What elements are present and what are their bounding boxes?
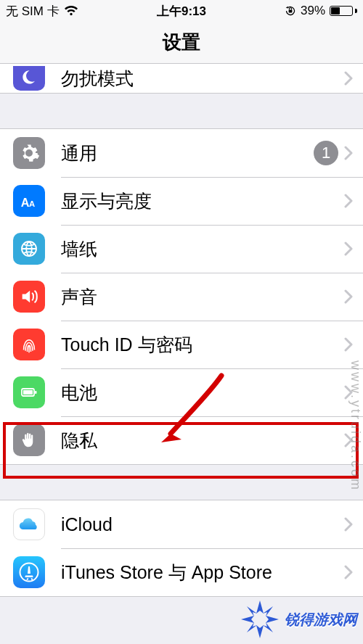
brand-name: 锐得游戏网: [285, 610, 357, 629]
chevron-right-icon: [344, 517, 353, 532]
svg-rect-6: [35, 391, 37, 394]
row-do-not-disturb[interactable]: 勿扰模式: [0, 64, 363, 93]
svg-text:A: A: [21, 196, 30, 209]
carrier-text: 无 SIM 卡: [6, 3, 60, 20]
row-privacy[interactable]: 隐私: [0, 416, 363, 464]
chevron-right-icon: [344, 194, 353, 208]
row-label: 勿扰模式: [61, 67, 344, 91]
svg-text:A: A: [29, 199, 35, 208]
row-label: 墙纸: [61, 237, 344, 261]
row-display-brightness[interactable]: AA 显示与亮度: [0, 177, 363, 225]
hand-icon: [13, 424, 45, 456]
battery-icon: [330, 6, 357, 16]
cloud-icon: [13, 508, 45, 540]
battery-percentage: 39%: [301, 4, 325, 18]
settings-group-main: 通用 1 AA 显示与亮度 墙纸 声音 Touch ID 与密码: [0, 128, 363, 465]
svg-rect-0: [289, 9, 293, 12]
status-right: 39%: [285, 4, 357, 18]
row-itunes-appstore[interactable]: iTunes Store 与 App Store: [0, 548, 363, 596]
chevron-right-icon: [344, 565, 353, 579]
chevron-right-icon: [344, 289, 353, 304]
status-bar: 无 SIM 卡 上午9:13 39%: [0, 0, 363, 22]
svg-marker-11: [266, 616, 279, 623]
battery-row-icon: [13, 376, 45, 408]
row-label: 通用: [61, 141, 314, 165]
svg-marker-10: [241, 616, 254, 623]
status-time: 上午9:13: [157, 3, 206, 20]
moon-icon: [13, 66, 45, 91]
row-wallpaper[interactable]: 墙纸: [0, 225, 363, 273]
svg-marker-14: [263, 606, 273, 616]
brand-burst-icon: [240, 599, 280, 640]
row-label: 电池: [61, 381, 344, 405]
row-icloud[interactable]: iCloud: [0, 500, 363, 548]
chevron-right-icon: [344, 385, 353, 400]
chevron-right-icon: [344, 337, 353, 352]
orientation-lock-icon: [285, 5, 296, 17]
row-touch-id-passcode[interactable]: Touch ID 与密码: [0, 321, 363, 368]
svg-marker-15: [247, 622, 257, 632]
settings-group-dnd: 勿扰模式: [0, 64, 363, 94]
svg-marker-8: [256, 600, 264, 614]
fingerprint-icon: [13, 329, 45, 360]
row-battery[interactable]: 电池: [0, 368, 363, 416]
status-left: 无 SIM 卡: [6, 3, 78, 20]
svg-marker-13: [263, 622, 273, 632]
svg-marker-12: [247, 606, 257, 616]
row-label: 显示与亮度: [61, 189, 344, 213]
gear-icon: [13, 137, 45, 169]
chevron-right-icon: [344, 71, 353, 86]
wallpaper-icon: [13, 233, 45, 265]
chevron-right-icon: [344, 146, 353, 160]
appstore-icon: [13, 556, 45, 588]
speaker-icon: [13, 281, 45, 313]
page-title: 设置: [0, 22, 363, 64]
row-sounds[interactable]: 声音: [0, 273, 363, 321]
svg-marker-9: [256, 625, 264, 638]
text-size-icon: AA: [13, 185, 45, 217]
wifi-icon: [64, 6, 78, 16]
row-label: iCloud: [61, 514, 344, 535]
row-label: 隐私: [61, 429, 344, 453]
chevron-right-icon: [344, 242, 353, 256]
row-label: iTunes Store 与 App Store: [61, 561, 344, 585]
row-label: 声音: [61, 285, 344, 309]
settings-group-cloud: iCloud iTunes Store 与 App Store: [0, 500, 363, 597]
row-general[interactable]: 通用 1: [0, 129, 363, 177]
chevron-right-icon: [344, 433, 353, 447]
svg-rect-5: [23, 390, 33, 395]
notification-badge: 1: [314, 141, 338, 165]
row-label: Touch ID 与密码: [61, 333, 344, 357]
brand-overlay: 锐得游戏网: [240, 599, 357, 640]
